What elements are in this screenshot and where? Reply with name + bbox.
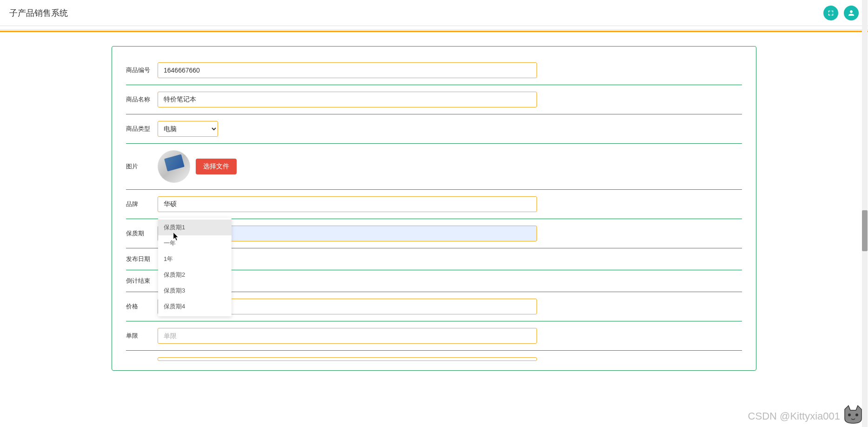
input-product-id[interactable] bbox=[158, 62, 537, 78]
input-product-name[interactable] bbox=[158, 92, 537, 107]
app-header: 子产品销售系统 bbox=[0, 0, 868, 26]
label-price: 价格 bbox=[126, 302, 158, 311]
app-title: 子产品销售系统 bbox=[9, 7, 68, 19]
input-next-partial bbox=[158, 357, 537, 361]
label-product-name: 商品名称 bbox=[126, 95, 158, 104]
image-row-content: 选择文件 bbox=[158, 150, 237, 183]
header-action-icons bbox=[823, 6, 859, 20]
sub-header bbox=[0, 26, 868, 30]
input-brand[interactable] bbox=[158, 196, 537, 212]
dropdown-option-3[interactable]: 保质期2 bbox=[158, 267, 232, 283]
input-single-limit[interactable] bbox=[158, 328, 537, 344]
row-product-id: 商品编号 bbox=[126, 56, 742, 85]
label-shelf-life: 保质期 bbox=[126, 229, 158, 238]
label-publish-date: 发布日期 bbox=[126, 255, 158, 263]
fullscreen-icon[interactable] bbox=[823, 6, 838, 20]
product-form-card: 商品编号 商品名称 商品类型 电脑 图片 选择文件 品牌 保质期 bbox=[112, 46, 756, 371]
dropdown-option-0[interactable]: 保质期1 bbox=[158, 220, 232, 235]
label-single-limit: 单限 bbox=[126, 332, 158, 340]
upload-file-button[interactable]: 选择文件 bbox=[196, 159, 237, 174]
product-image-thumbnail[interactable] bbox=[158, 150, 190, 183]
row-single-limit: 单限 bbox=[126, 321, 742, 351]
shelf-life-dropdown: 保质期1 一年 1年 保质期2 保质期3 保质期4 bbox=[158, 218, 232, 316]
dropdown-option-2[interactable]: 1年 bbox=[158, 251, 232, 267]
label-brand: 品牌 bbox=[126, 200, 158, 208]
select-product-type[interactable]: 电脑 bbox=[158, 121, 218, 137]
row-product-type: 商品类型 电脑 bbox=[126, 114, 742, 144]
row-brand: 品牌 bbox=[126, 190, 742, 219]
scrollbar-thumb[interactable] bbox=[862, 210, 868, 251]
row-image: 图片 选择文件 bbox=[126, 144, 742, 190]
label-countdown-end: 倒计结束 bbox=[126, 277, 158, 285]
user-icon[interactable] bbox=[844, 6, 859, 20]
scrollbar-track[interactable] bbox=[862, 0, 868, 371]
row-product-name: 商品名称 bbox=[126, 85, 742, 114]
dropdown-option-4[interactable]: 保质期3 bbox=[158, 283, 232, 299]
main-container: 商品编号 商品名称 商品类型 电脑 图片 选择文件 品牌 保质期 bbox=[0, 32, 868, 371]
row-next-partial bbox=[126, 351, 742, 361]
label-product-id: 商品编号 bbox=[126, 66, 158, 74]
label-image: 图片 bbox=[126, 162, 158, 171]
dropdown-option-5[interactable]: 保质期4 bbox=[158, 299, 232, 314]
label-product-type: 商品类型 bbox=[126, 125, 158, 133]
dropdown-option-1[interactable]: 一年 bbox=[158, 235, 232, 251]
